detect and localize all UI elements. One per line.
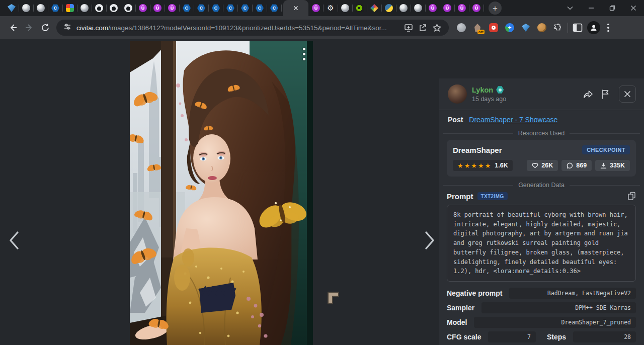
extension-civitai-gem-icon[interactable]: [520, 22, 531, 33]
active-tab[interactable]: [283, 0, 308, 16]
install-app-icon[interactable]: [404, 23, 413, 32]
tab-separator: [223, 5, 223, 12]
reload-button[interactable]: [37, 20, 53, 36]
extension-globe-icon[interactable]: [456, 22, 467, 33]
pinned-tab-github[interactable]: [93, 2, 106, 15]
cfg-value[interactable]: 7: [488, 331, 536, 342]
pinned-tab-swirl[interactable]: [397, 2, 410, 15]
post-row: Post DreamShaper - 7 Showcase: [439, 110, 644, 129]
pinned-tab-ultralytics[interactable]: Û: [470, 2, 483, 15]
pinned-tab-ultralytics[interactable]: Û: [166, 2, 179, 15]
extension-red-o-icon[interactable]: [488, 22, 499, 33]
tab-close-icon[interactable]: [293, 5, 299, 11]
extension-adblock-off-icon[interactable]: off: [472, 22, 483, 33]
back-button[interactable]: [5, 20, 21, 36]
pinned-tab-settings-gear[interactable]: ⚙: [324, 2, 337, 15]
pinned-tab-prism[interactable]: [368, 2, 381, 15]
model-value[interactable]: DreamShaper_7_pruned: [474, 317, 636, 328]
steps-value[interactable]: 28: [573, 331, 636, 342]
tab-separator: [77, 5, 77, 12]
prompt-text[interactable]: 8k portrait of beautiful cyborg with bro…: [447, 205, 636, 282]
extension-cookie-icon[interactable]: [536, 22, 547, 33]
sampler-value[interactable]: DPM++ SDE Karras: [481, 302, 636, 313]
pinned-tab-civitai-hex[interactable]: C: [49, 2, 62, 15]
minimize-icon[interactable]: [581, 0, 602, 16]
pinned-tab-nvidia[interactable]: [353, 2, 366, 15]
image-options-button[interactable]: [298, 46, 310, 61]
previous-image-button[interactable]: [3, 226, 25, 254]
share-icon[interactable]: [583, 89, 594, 99]
model-label: Model: [447, 318, 467, 326]
civitai-hex-favicon: C: [226, 4, 234, 12]
copy-prompt-icon[interactable]: [627, 192, 636, 201]
pinned-tab-github[interactable]: [122, 2, 135, 15]
side-panel-icon[interactable]: [572, 22, 583, 33]
tab-separator: [267, 5, 267, 12]
resource-card[interactable]: DreamShaper CHECKPOINT ★★★★★ 1.6K 26K: [447, 140, 636, 177]
pinned-tab-ultralytics[interactable]: Û: [426, 2, 439, 15]
site-settings-icon[interactable]: [63, 23, 71, 33]
extensions-area: off +: [456, 22, 564, 33]
extension-translate-icon[interactable]: +: [504, 22, 515, 33]
address-bar[interactable]: civitai.com/images/1386412?modelVersionI…: [56, 20, 449, 36]
pinned-tab-ultralytics[interactable]: Û: [309, 2, 323, 15]
pinned-tab-swirl[interactable]: [339, 2, 352, 15]
comments-pill[interactable]: 869: [561, 160, 592, 171]
tab-separator: [484, 5, 484, 12]
pinned-tab-swirl[interactable]: [34, 2, 47, 15]
pinned-tab-civitai-gem[interactable]: [5, 2, 18, 15]
pinned-tabs-right: Û⚙ÛÛÛÛ: [309, 2, 485, 15]
image-detail-sidebar: Lykon 15 days ago: [439, 78, 644, 345]
pinned-tab-swirl[interactable]: [20, 2, 33, 15]
pinned-tab-ultralytics[interactable]: Û: [136, 2, 149, 15]
resource-stats: ★★★★★ 1.6K 26K 869: [453, 160, 630, 171]
restore-icon[interactable]: [602, 0, 623, 16]
profile-avatar[interactable]: [587, 21, 600, 34]
rating-pill[interactable]: ★★★★★ 1.6K: [453, 160, 513, 171]
url-text: civitai.com/images/1386412?modelVersionI…: [76, 24, 399, 32]
ultralytics-favicon: Û: [312, 4, 320, 12]
close-lightbox-button[interactable]: [619, 85, 636, 103]
window-controls: [559, 0, 644, 16]
negative-prompt-value[interactable]: BadDream, FastNegativeV2: [509, 288, 636, 299]
close-window-icon[interactable]: [623, 0, 644, 16]
pinned-tab-civitai-hex[interactable]: C: [224, 2, 237, 15]
resource-type-badge: CHECKPOINT: [582, 145, 630, 154]
pinned-tab-swirl[interactable]: [412, 2, 425, 15]
post-link[interactable]: DreamShaper - 7 Showcase: [469, 116, 557, 124]
forward-button[interactable]: [21, 20, 37, 36]
flag-icon[interactable]: [601, 89, 610, 99]
extensions-puzzle-icon[interactable]: [552, 22, 564, 33]
sampler-label: Sampler: [447, 304, 474, 312]
tab-separator: [106, 5, 107, 12]
pinned-tabs-left: CÛÛÛCCCCCCC: [5, 2, 282, 15]
pinned-tab-civitai-hex[interactable]: C: [238, 2, 252, 15]
likes-pill[interactable]: 26K: [527, 160, 558, 171]
username[interactable]: Lykon: [472, 86, 583, 94]
browser-menu-kebab[interactable]: [603, 21, 613, 34]
pinned-tab-python[interactable]: [382, 2, 395, 15]
pinned-tab-civitai-hex[interactable]: C: [195, 2, 208, 15]
generated-image[interactable]: [130, 41, 313, 345]
tab-search-icon[interactable]: [559, 0, 581, 16]
pinned-tab-apps-grid[interactable]: [63, 2, 76, 15]
pinned-tab-civitai-hex[interactable]: C: [209, 2, 222, 15]
downloads-pill[interactable]: 335K: [595, 160, 630, 171]
pinned-tab-civitai-hex[interactable]: C: [268, 2, 281, 15]
pinned-tab-civitai-hex[interactable]: C: [253, 2, 266, 15]
pinned-tab-civitai-hex[interactable]: C: [180, 2, 193, 15]
stat-pills: 26K 869 335K: [527, 160, 630, 171]
user-avatar[interactable]: [448, 84, 467, 104]
pinned-tab-github[interactable]: [107, 2, 120, 15]
bookmark-star-icon[interactable]: [432, 23, 442, 33]
resource-name[interactable]: DreamShaper: [453, 146, 502, 154]
next-image-button[interactable]: [419, 226, 441, 254]
model-row: Model DreamShaper_7_pruned: [447, 317, 636, 328]
pinned-tab-ultralytics[interactable]: Û: [151, 2, 164, 15]
civitai-hex-favicon: C: [270, 4, 278, 12]
new-tab-button[interactable]: +: [489, 2, 502, 15]
pinned-tab-ultralytics[interactable]: Û: [441, 2, 454, 15]
pinned-tab-ultralytics[interactable]: Û: [455, 2, 468, 15]
share-page-icon[interactable]: [418, 23, 427, 32]
pinned-tab-swirl[interactable]: [78, 2, 91, 15]
